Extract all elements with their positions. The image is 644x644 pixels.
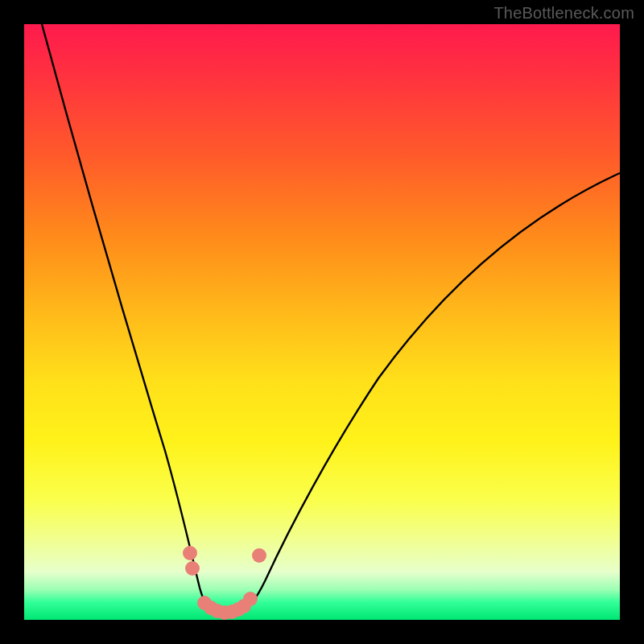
data-marker xyxy=(183,546,197,560)
plot-area xyxy=(24,24,620,620)
bottleneck-curve xyxy=(24,24,620,620)
data-marker xyxy=(185,561,200,576)
chart-frame: TheBottleneck.com xyxy=(0,0,644,644)
data-marker xyxy=(243,592,258,606)
watermark-text: TheBottleneck.com xyxy=(493,4,634,23)
data-marker xyxy=(252,548,266,563)
